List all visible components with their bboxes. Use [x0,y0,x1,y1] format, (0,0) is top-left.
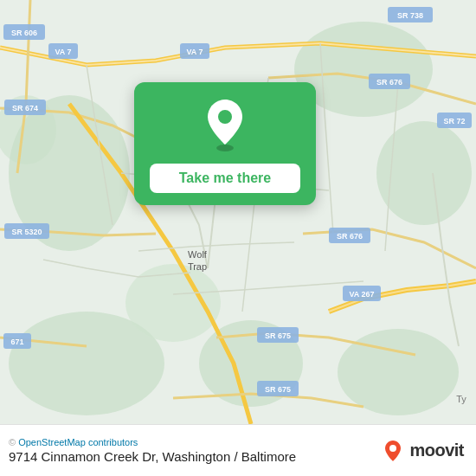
svg-point-40 [389,445,396,452]
svg-point-6 [125,264,221,342]
svg-text:671: 671 [10,338,23,346]
svg-text:VA 7: VA 7 [55,48,71,56]
osm-credit: © OpenStreetMap contributors [9,437,296,447]
svg-text:Wolf: Wolf [188,249,208,260]
moovit-brand-text: moovit [409,441,464,460]
moovit-logo: moovit [381,439,464,463]
svg-text:Ty: Ty [456,394,466,404]
location-pin-icon [203,98,248,151]
bottom-bar: © OpenStreetMap contributors 9714 Cinnam… [0,424,476,476]
svg-text:SR 674: SR 674 [12,104,38,113]
svg-text:VA 267: VA 267 [349,290,374,299]
map-svg: SR 738 SR 606 VA 7 VA 7 SR 674 SR 676 SR… [0,0,476,424]
take-me-there-button[interactable]: Take me there [150,164,300,193]
svg-text:SR 72: SR 72 [443,117,465,125]
svg-text:SR 676: SR 676 [376,78,402,87]
address-section: © OpenStreetMap contributors 9714 Cinnam… [9,437,296,464]
svg-text:SR 738: SR 738 [397,11,423,20]
moovit-pin-icon [381,439,405,463]
svg-text:SR 676: SR 676 [337,232,363,241]
svg-point-39 [218,110,232,124]
svg-point-38 [216,145,234,151]
svg-text:SR 5320: SR 5320 [11,228,42,236]
osm-link[interactable]: OpenStreetMap contributors [18,437,138,447]
address-text: 9714 Cinnamon Creek Dr, Washington / Bal… [9,449,296,464]
svg-text:VA 7: VA 7 [186,48,203,56]
svg-text:SR 675: SR 675 [265,385,291,394]
map-container: SR 738 SR 606 VA 7 VA 7 SR 674 SR 676 SR… [0,0,476,424]
svg-text:SR 606: SR 606 [11,29,37,37]
svg-text:Trap: Trap [188,261,207,272]
action-card: Take me there [134,82,316,205]
copyright-symbol: © [9,437,16,447]
svg-text:SR 675: SR 675 [265,331,291,340]
